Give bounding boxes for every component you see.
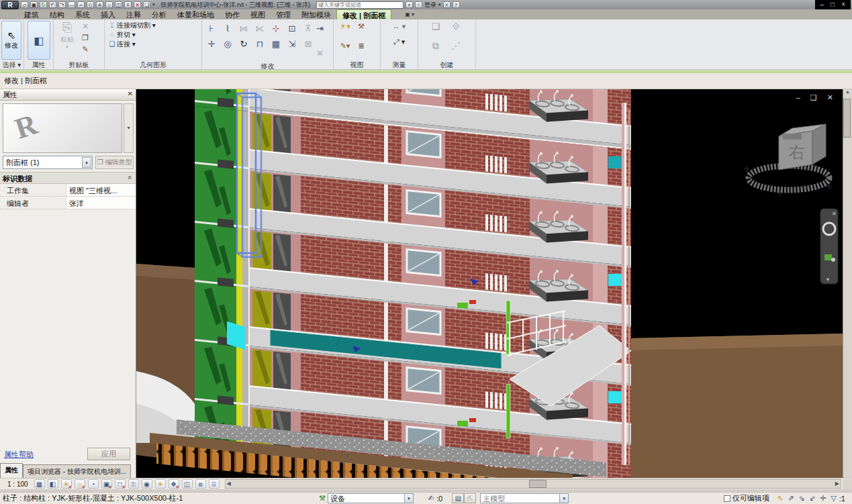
worksets-icon[interactable]: ⚒	[317, 494, 328, 503]
trim-corner-icon[interactable]: ⇥	[316, 23, 324, 34]
thin-lines-icon[interactable]: ≡	[124, 1, 132, 8]
zoom-icon[interactable]	[824, 254, 832, 260]
select-links-icon[interactable]: ⇖	[775, 494, 786, 503]
synchronize-icon[interactable]: ↻	[40, 1, 47, 8]
horizontal-scrollbar-thumb[interactable]	[529, 480, 547, 488]
pin-icon[interactable]: ⊠	[305, 39, 312, 49]
active-workset-select[interactable]: 设备 ▾	[328, 493, 414, 503]
offset-icon[interactable]: ⌇	[226, 23, 230, 34]
undo-icon[interactable]: ↶	[49, 1, 56, 8]
default-3d-view-icon[interactable]: ⌂	[105, 1, 113, 8]
type-selector-dropdown-icon[interactable]: ▾	[124, 103, 134, 153]
navbar-expand-icon[interactable]: ▾	[826, 276, 829, 283]
editor-value[interactable]: 张洋	[66, 197, 136, 209]
text-icon[interactable]: A	[96, 1, 103, 8]
create-similar-icon[interactable]: ⟐	[446, 21, 466, 32]
join-geometry-button[interactable]: ❑连接 ▾	[107, 40, 136, 49]
tab-project-browser[interactable]: 项目浏览器 - 技师学院机电培训...	[23, 464, 131, 478]
split-icon[interactable]: ⊹	[273, 23, 280, 34]
tab-structure[interactable]: 结构	[44, 9, 70, 19]
editing-requests-icon[interactable]: ✍	[426, 494, 436, 503]
editable-only-checkbox[interactable]	[724, 495, 730, 502]
align-icon[interactable]: ⊦	[209, 23, 214, 34]
tab-manage[interactable]: 管理	[271, 9, 296, 19]
switch-windows-icon[interactable]: ❏	[143, 1, 150, 8]
tab-massing-site[interactable]: 体量和场地	[172, 9, 220, 19]
filter-icon[interactable]: ▽	[829, 494, 839, 503]
show-rendering-dialog-icon[interactable]: ◔	[88, 479, 99, 489]
chevron-down-icon[interactable]: ▾	[559, 494, 568, 503]
close-icon[interactable]: ✕	[128, 90, 133, 97]
type-selector[interactable]: 剖面框 (1) ▾	[3, 156, 93, 169]
create-assembly-icon[interactable]: ⧉	[426, 40, 446, 52]
sun-path-icon[interactable]: ☀✕	[61, 479, 72, 489]
mirror-axis-icon[interactable]: ⋈	[240, 23, 248, 34]
copy-to-clipboard-icon[interactable]: ❐	[79, 32, 91, 44]
tab-modify-section-box[interactable]: 修改 | 剖面框	[336, 9, 391, 19]
temporary-view-properties-icon[interactable]: ◫	[182, 479, 193, 489]
signin-dropdown-icon[interactable]: ▾	[438, 2, 441, 7]
communication-center-icon[interactable]: ⌖	[406, 1, 413, 8]
exclusive-edit-button[interactable]: ⇱	[464, 493, 476, 503]
tab-analyze[interactable]: 分析	[146, 9, 172, 19]
dimension-tool-icon[interactable]: ⤢ ▾	[386, 36, 413, 48]
worksharing-display-icon[interactable]: ❖✕	[169, 479, 179, 489]
workset-value[interactable]: 视图 "三维视...	[66, 184, 136, 196]
edit-type-button[interactable]: ❐ 编辑类型	[95, 156, 134, 169]
trim-extend-icon[interactable]: ⊓	[256, 39, 263, 49]
cut-geometry-button[interactable]: ◌剪切 ▾	[107, 30, 136, 40]
render-icon[interactable]: ⚒	[355, 21, 367, 32]
array-icon[interactable]: ▦	[272, 39, 280, 49]
collapse-section-icon[interactable]: «	[127, 176, 134, 180]
mirror-pick-icon[interactable]: ⋉	[256, 23, 265, 34]
horizontal-scrollbar[interactable]: ◀ ▶	[225, 479, 841, 489]
aligned-dimension-icon[interactable]: ⌐	[77, 1, 85, 8]
vertical-scrollbar-thumb[interactable]	[843, 99, 851, 138]
paste-button[interactable]: ⎘ 粘贴 ▾	[55, 21, 79, 50]
cut-to-clipboard-icon[interactable]: ✕	[79, 21, 91, 32]
worksharing-dialog-button[interactable]: ▤	[452, 493, 464, 503]
chevron-down-icon[interactable]: ▾	[404, 494, 413, 503]
shadows-icon[interactable]: ☼✕	[75, 479, 85, 489]
qat-customize-arrow[interactable]: ▾	[152, 2, 155, 7]
redo-icon[interactable]: ↷	[58, 1, 66, 8]
reveal-hidden-elements-icon[interactable]: ◉	[142, 479, 152, 489]
reveal-constraints-icon[interactable]: ⌸	[209, 479, 220, 489]
tab-addins[interactable]: 附加模块	[296, 9, 336, 19]
open-icon[interactable]: ▱	[21, 1, 28, 8]
chevron-down-icon[interactable]: ▾	[82, 157, 91, 168]
navbar-close-icon[interactable]: ✕	[832, 211, 837, 217]
section-icon[interactable]: ◫	[115, 1, 122, 8]
building-section-model[interactable]	[150, 89, 631, 478]
help-icon[interactable]: ?	[453, 1, 460, 8]
modify-button[interactable]: ⇖ 修改	[1, 21, 21, 60]
create-group-icon[interactable]: ❏	[426, 21, 446, 32]
create-parts-icon[interactable]: ⋰	[446, 40, 466, 52]
view-window-controls[interactable]: – ❑ ✕	[796, 93, 837, 102]
rotate-icon[interactable]: ↻	[240, 39, 248, 49]
properties-button[interactable]: ◧	[28, 21, 50, 60]
displace-elements-icon[interactable]: ⧈	[195, 479, 206, 489]
apply-button[interactable]: 应用	[87, 448, 130, 460]
unpin-icon[interactable]: ⊼	[305, 23, 312, 34]
scroll-up-icon[interactable]: ▲	[845, 89, 850, 94]
measure-icon[interactable]: —	[68, 1, 75, 8]
ribbon-minimize-button[interactable]: ▣ ▾	[401, 10, 418, 19]
select-by-face-icon[interactable]: ⇙	[807, 494, 818, 503]
visual-style-icon[interactable]: ◧	[48, 479, 58, 489]
scale-icon[interactable]: ⇲	[289, 39, 296, 49]
select-panel-label[interactable]: 选择 ▾	[0, 61, 23, 70]
identity-data-section-header[interactable]: 标识数据 «	[0, 172, 136, 184]
properties-help-link[interactable]: 属性帮助	[4, 450, 34, 460]
app-minimize-button[interactable]: –	[820, 1, 824, 9]
crop-view-icon[interactable]: ▣✕	[101, 479, 112, 489]
match-type-icon[interactable]: ✎	[79, 44, 91, 55]
detail-level-icon[interactable]: ▦	[34, 479, 45, 489]
sign-in-label[interactable]: 登录	[424, 1, 436, 9]
3d-model-view[interactable]: ⊹⊹⊹ 右 ✕ ▾	[136, 89, 843, 478]
copy-icon[interactable]: ◎	[224, 39, 231, 49]
app-close-button[interactable]: ×	[841, 1, 845, 9]
split-gap-icon[interactable]: ⊡	[289, 23, 296, 34]
delete-icon[interactable]: ✕	[316, 48, 324, 58]
tab-annotate[interactable]: 注释	[121, 9, 146, 19]
